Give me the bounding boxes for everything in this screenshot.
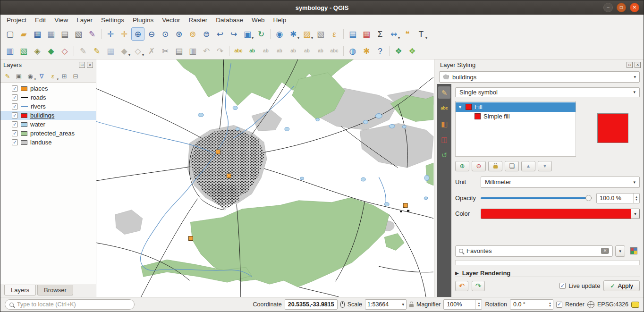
layer-visibility-checkbox[interactable]: ✓ xyxy=(12,112,18,118)
tab-browser[interactable]: Browser xyxy=(37,285,73,295)
locator-input[interactable] xyxy=(17,301,130,308)
highlight-pinned-labels-icon[interactable]: ab xyxy=(259,44,272,58)
open-attribute-table-icon[interactable]: ▤ xyxy=(346,27,359,41)
menu-view[interactable]: View xyxy=(50,16,72,25)
layer-item[interactable]: ✓ landuse xyxy=(0,138,96,147)
layer-visibility-checkbox[interactable]: ✓ xyxy=(12,85,18,92)
crs-icon[interactable] xyxy=(587,301,594,308)
spin-arrows[interactable]: ▲▼ xyxy=(633,194,639,203)
menu-raster[interactable]: Raster xyxy=(184,16,212,25)
zoom-to-selection-icon[interactable]: ⊚ xyxy=(186,27,199,41)
new-virtual-layer-icon[interactable]: ◇ xyxy=(58,44,71,58)
filter-legend-icon[interactable]: ∇ xyxy=(36,71,47,81)
mouse-position-icon[interactable] xyxy=(340,301,345,308)
menu-help[interactable]: Help xyxy=(269,16,291,25)
measure-icon[interactable]: ↭ xyxy=(387,27,400,41)
layer-visibility-checkbox[interactable]: ✓ xyxy=(12,103,18,110)
digitize-icon[interactable]: ◆ xyxy=(118,44,131,58)
move-up-button[interactable]: ▲ xyxy=(521,161,535,171)
slider-handle[interactable] xyxy=(585,195,592,201)
help-contents-icon[interactable]: ? xyxy=(373,44,387,58)
layer-item[interactable]: ✓ roads xyxy=(0,93,96,102)
vertex-tool-icon[interactable]: ◇ xyxy=(131,44,144,58)
menu-edit[interactable]: Edit xyxy=(31,16,50,25)
menu-settings[interactable]: Settings xyxy=(97,16,128,25)
labels-tab-icon[interactable]: abc xyxy=(438,102,450,114)
copy-features-icon[interactable]: ▤ xyxy=(172,44,186,58)
filter-by-expression-icon[interactable]: ε xyxy=(48,71,58,81)
deselect-features-icon[interactable]: ▧ xyxy=(314,27,327,41)
scale-input[interactable] xyxy=(367,301,402,308)
zoom-out-icon[interactable]: ⊖ xyxy=(145,27,158,41)
menu-database[interactable]: Database xyxy=(212,16,247,25)
messages-icon[interactable] xyxy=(631,302,639,308)
apply-button[interactable]: ✓ Apply xyxy=(603,280,640,291)
select-by-expression-icon[interactable]: ε xyxy=(328,27,341,41)
redo-icon[interactable]: ↷ xyxy=(213,44,227,58)
redo-style-button[interactable]: ↷ xyxy=(472,281,485,291)
save-layer-edits-icon[interactable]: ▦ xyxy=(104,44,117,58)
save-project-icon[interactable]: ▦ xyxy=(31,27,44,41)
layer-visibility-checkbox[interactable]: ✓ xyxy=(12,94,18,101)
layer-item[interactable]: ✓ protected_areas xyxy=(0,129,96,138)
magnifier-spinbox[interactable]: ▲▼ xyxy=(443,299,482,310)
new-shapefile-layer-icon[interactable]: ◈ xyxy=(31,44,44,58)
maximize-button[interactable]: ▢ xyxy=(617,3,626,12)
symbol-layer-tree[interactable]: ▼ Fill Simple fill xyxy=(455,101,576,157)
close-button[interactable]: ✕ xyxy=(630,3,639,12)
run-feature-action-icon[interactable]: ✱ xyxy=(287,27,300,41)
rotate-label-icon[interactable]: ab xyxy=(314,44,327,58)
style-manager-button[interactable] xyxy=(627,245,640,257)
minimize-button[interactable]: – xyxy=(603,3,613,12)
cut-features-icon[interactable]: ✂ xyxy=(159,44,172,58)
manage-map-themes-icon[interactable]: ◉ xyxy=(25,71,35,81)
menu-web[interactable]: Web xyxy=(247,16,269,25)
add-vector-layer-icon[interactable]: ▧ xyxy=(17,44,30,58)
menu-layer[interactable]: Layer xyxy=(72,16,97,25)
pin-labels-icon[interactable]: ab xyxy=(273,44,286,58)
field-calculator-icon[interactable]: ▦ xyxy=(360,27,373,41)
layer-item[interactable]: ✓ places xyxy=(0,84,96,93)
processing-icon[interactable]: ✱ xyxy=(360,44,373,58)
styling-layer-selector[interactable]: buildings ▾ xyxy=(439,71,640,83)
caret-right-icon[interactable]: ▶ xyxy=(455,270,459,276)
undo-style-button[interactable]: ↶ xyxy=(455,281,468,291)
new-geopackage-layer-icon[interactable]: ◆ xyxy=(44,44,58,58)
menu-plugins[interactable]: Plugins xyxy=(128,16,158,25)
add-group-icon[interactable]: ▣ xyxy=(14,71,24,81)
symbol-tree-item-simple-fill[interactable]: Simple fill xyxy=(456,112,576,121)
map-tips-icon[interactable]: ❝ xyxy=(401,27,414,41)
duplicate-symbol-button[interactable]: ❏ xyxy=(505,161,519,171)
symbology-tab-icon[interactable]: ✎ xyxy=(438,86,450,99)
opacity-input[interactable] xyxy=(600,195,633,202)
tab-layers[interactable]: Layers xyxy=(4,285,36,295)
chevron-down-icon[interactable]: ▾ xyxy=(402,302,404,307)
expand-all-icon[interactable]: ⊞ xyxy=(59,71,69,81)
layer-item[interactable]: ✓ rivers xyxy=(0,102,96,111)
open-project-icon[interactable]: ▰ xyxy=(17,27,30,41)
scale-selector[interactable]: ▾ xyxy=(365,299,407,310)
color-button[interactable]: ▾ xyxy=(481,209,640,219)
opacity-slider[interactable] xyxy=(481,194,592,203)
new-print-layout-icon[interactable]: ▤ xyxy=(58,27,71,41)
layer-visibility-checkbox[interactable]: ✓ xyxy=(12,139,18,145)
plugin-icon-2[interactable]: ❖ xyxy=(406,44,419,58)
layout-manager-icon[interactable]: ▧ xyxy=(72,27,85,41)
pan-to-selection-icon[interactable]: ✛ xyxy=(118,27,131,41)
clear-filter-icon[interactable]: ✕ xyxy=(601,248,609,254)
current-edits-icon[interactable]: ✎ xyxy=(76,44,90,58)
zoom-to-layer-icon[interactable]: ⊜ xyxy=(200,27,213,41)
caret-down-icon[interactable]: ▼ xyxy=(458,105,463,110)
diagrams-tab-icon[interactable]: ◫ xyxy=(438,133,450,145)
move-label-icon[interactable]: ab xyxy=(300,44,314,58)
layer-diagram-icon[interactable]: ab xyxy=(246,44,259,58)
chevron-down-icon[interactable]: ▾ xyxy=(631,209,639,219)
style-manager-icon[interactable]: ✎ xyxy=(85,27,99,41)
add-symbol-layer-button[interactable]: ⊕ xyxy=(455,161,469,171)
undo-icon[interactable]: ↶ xyxy=(200,44,213,58)
float-panel-icon[interactable]: ⊡ xyxy=(79,62,85,68)
zoom-full-icon[interactable]: ⊛ xyxy=(172,27,186,41)
paste-features-icon[interactable]: ▥ xyxy=(186,44,199,58)
locator-bar[interactable] xyxy=(5,299,135,310)
refresh-icon[interactable]: ↻ xyxy=(254,27,268,41)
